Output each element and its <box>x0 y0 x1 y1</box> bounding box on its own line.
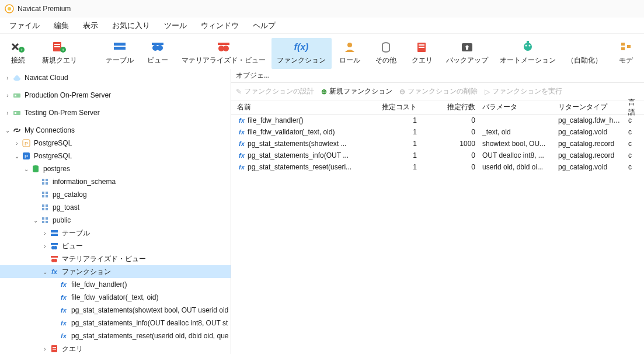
action-delete-function[interactable]: ⊖ ファンクションの削除 <box>399 86 478 96</box>
tree-item[interactable]: pg_catalog <box>0 188 231 201</box>
cell-name: fxfile_fdw_validator(_text, oid) <box>234 127 368 137</box>
tree-label: クエリ <box>62 344 228 354</box>
tree-item[interactable]: ›テーブル <box>0 227 231 240</box>
tree-item[interactable]: ›Testing On-Prem Server <box>0 106 231 119</box>
menu-tools[interactable]: ツール <box>157 18 194 33</box>
play-icon: ▷ <box>485 88 490 96</box>
menu-help[interactable]: ヘルプ <box>246 18 283 33</box>
expander-icon[interactable]: ⌄ <box>41 269 49 275</box>
schema-icon <box>40 216 50 225</box>
grid-row[interactable]: fxpg_stat_statements_info(OUT ...10OUT d… <box>231 150 644 161</box>
grid-row[interactable]: fxfile_fdw_handler()10pg_catalog.fdw_ha.… <box>231 114 644 126</box>
col-params[interactable]: パラメータ <box>479 102 555 112</box>
link-icon <box>12 126 22 135</box>
menu-favorites[interactable]: お気に入り <box>105 18 157 33</box>
other-icon <box>378 40 394 53</box>
expander-icon[interactable]: › <box>4 75 12 81</box>
svg-point-12 <box>157 45 163 51</box>
expander-icon[interactable]: › <box>13 140 21 147</box>
tree-item[interactable]: ›PPostgreSQL <box>0 137 231 150</box>
object-tab[interactable]: オブジェ... <box>236 71 270 81</box>
tool-query[interactable]: クエリ <box>404 38 440 69</box>
tool-model[interactable]: モデ <box>608 38 644 69</box>
expander-icon[interactable]: ⌄ <box>22 166 30 172</box>
cell-cost: 1 <box>368 163 420 171</box>
svg-text:P: P <box>25 154 28 159</box>
expander-icon[interactable]: › <box>4 92 12 99</box>
tree-item[interactable]: ›クエリ <box>0 342 231 354</box>
table-icon <box>49 228 60 238</box>
tree-label: ビュー <box>62 241 228 251</box>
tree-item[interactable]: fxfile_fdw_handler() <box>0 278 231 291</box>
tree-item[interactable]: ⌄fxファンクション <box>0 265 231 278</box>
tool-connection[interactable]: +接続 <box>0 38 36 69</box>
tree-item[interactable]: マテリアライズド・ビュー <box>0 252 231 265</box>
tool-backup[interactable]: バックアップ <box>440 38 494 69</box>
tree-item[interactable]: fxpg_stat_statements(showtext bool, OUT … <box>0 304 231 317</box>
svg-text:fx: fx <box>239 152 245 159</box>
svg-point-44 <box>33 170 39 172</box>
tool-auto2[interactable]: （自動化） <box>561 38 608 69</box>
svg-point-16 <box>223 46 229 51</box>
tool-label: ビュー <box>147 55 168 65</box>
tool-view[interactable]: ビュー <box>140 38 176 69</box>
expander-icon[interactable]: ⌄ <box>13 153 21 159</box>
tool-function[interactable]: f(x)ファンクション <box>271 38 332 69</box>
menu-view[interactable]: 表示 <box>76 18 105 33</box>
tree-item[interactable]: ›ビュー <box>0 240 231 252</box>
svg-rect-30 <box>621 47 625 50</box>
col-cost[interactable]: 推定コスト <box>368 102 420 112</box>
tree-label: Navicat Cloud <box>25 74 228 82</box>
tool-role[interactable]: ロール <box>332 38 368 69</box>
tree-item[interactable]: fxpg_stat_statements_info(OUT dealloc in… <box>0 317 231 329</box>
col-name[interactable]: 名前 <box>234 102 368 112</box>
grid-header-row: 名前 推定コスト 推定行数 パラメータ リターンタイプ 言語 <box>231 100 644 114</box>
tool-label: テーブル <box>106 55 134 65</box>
menu-window[interactable]: ウィンドウ <box>194 18 246 33</box>
expander-icon[interactable]: › <box>4 110 12 116</box>
db-icon <box>30 164 41 173</box>
action-new-function[interactable]: ⊕ 新規ファンクション <box>321 86 392 96</box>
menu-edit[interactable]: 編集 <box>47 18 76 33</box>
grid-row[interactable]: fxpg_stat_statements(showtext ...11000sh… <box>231 138 644 150</box>
tree-item[interactable]: fxfile_fdw_validator(_text, oid) <box>0 291 231 304</box>
tree-item[interactable]: fxpg_stat_statements_reset(userid oid, d… <box>0 329 231 342</box>
tree-item[interactable]: ›Production On-Prem Server <box>0 89 231 102</box>
tool-automation[interactable]: オートメーション <box>494 38 562 69</box>
tool-newquery[interactable]: +新規クエリ <box>36 38 83 69</box>
svg-text:fx: fx <box>61 281 67 288</box>
tree-item[interactable]: ⌄My Connections <box>0 124 231 137</box>
tree-item[interactable]: ⌄public <box>0 214 231 227</box>
tool-table[interactable]: テーブル <box>100 38 140 69</box>
expander-icon[interactable]: ⌄ <box>32 217 40 224</box>
action-design-function[interactable]: ✎ ファンクションの設計 <box>236 86 314 96</box>
svg-rect-55 <box>42 208 44 210</box>
grid-row[interactable]: fxfile_fdw_validator(_text, oid)10_text,… <box>231 126 644 138</box>
tool-other[interactable]: その他 <box>368 38 404 69</box>
schema-icon <box>40 203 50 212</box>
expander-icon[interactable]: › <box>41 243 49 249</box>
expander-icon[interactable]: › <box>41 230 49 237</box>
onprem-icon <box>12 108 22 117</box>
menu-file[interactable]: ファイル <box>2 18 47 33</box>
tree-item[interactable]: ⌄postgres <box>0 162 231 175</box>
tree-item[interactable]: ⌄PPostgreSQL <box>0 150 231 162</box>
tree-item[interactable]: ›Navicat Cloud <box>0 71 231 84</box>
cell-params: _text, oid <box>479 128 555 136</box>
expander-icon[interactable]: › <box>41 346 49 352</box>
tool-label: マテリアライズド・ビュー <box>182 55 266 65</box>
cell-lang: c <box>625 151 636 159</box>
tool-label: ロール <box>339 55 360 65</box>
col-return[interactable]: リターンタイプ <box>555 102 625 112</box>
expander-icon[interactable]: ⌄ <box>4 127 12 134</box>
tree-item[interactable]: pg_toast <box>0 201 231 214</box>
action-run-function[interactable]: ▷ ファンクションを実行 <box>485 86 562 96</box>
tree-label: PostgreSQL <box>34 152 228 160</box>
grid-row[interactable]: fxpg_stat_statements_reset(useri...10use… <box>231 161 644 173</box>
cell-params: userid oid, dbid oi... <box>479 163 555 171</box>
tree-item[interactable]: information_schema <box>0 175 231 188</box>
tool-matview[interactable]: マテリアライズド・ビュー <box>176 38 271 69</box>
minus-icon: ⊖ <box>399 88 405 96</box>
svg-rect-63 <box>51 243 58 245</box>
col-rows[interactable]: 推定行数 <box>420 102 479 112</box>
